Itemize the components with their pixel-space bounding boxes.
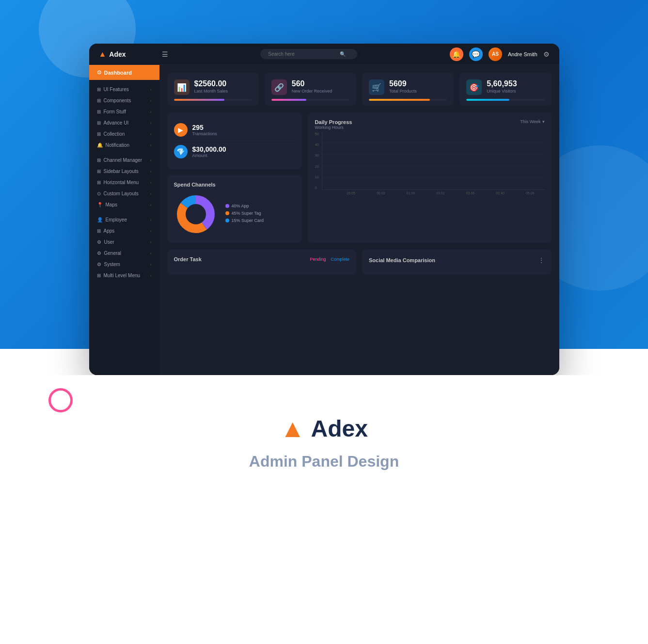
- dashboard-body: ⊙ Dashboard ⊞ UI Features › ⊞ C: [89, 65, 559, 375]
- sales-icon: 📊: [174, 79, 190, 95]
- sidebar-item-employee[interactable]: 👤 Employee ›: [89, 214, 159, 225]
- sidebar-item-user[interactable]: ⚙ User ›: [89, 236, 159, 248]
- custom-icon: ⊙: [97, 191, 101, 196]
- orders-value: 560: [292, 79, 332, 88]
- sidebar-item-components[interactable]: ⊞ Components ›: [89, 95, 159, 106]
- chevron-icon-10: ›: [150, 191, 152, 196]
- main-content: 📊 $2560.00 Last Month Sales 🔗: [159, 65, 559, 375]
- visitors-icon: 🎯: [466, 79, 482, 95]
- sidebar-custom-label: Custom Layouts: [104, 191, 139, 196]
- multilevel-icon: ⊞: [97, 273, 101, 278]
- logo-icon: ▲: [99, 50, 107, 59]
- legend-label-0: 40% App: [232, 204, 249, 208]
- sidebar-collection-label: Collection: [104, 131, 125, 137]
- sidebar-item-dashboard[interactable]: ⊙ Dashboard: [89, 65, 159, 80]
- sidebar-item-apps[interactable]: ⊞ Apps ›: [89, 225, 159, 236]
- legend-dot-2: [225, 219, 229, 222]
- chart-area: 50 40 30 20 10 0: [315, 132, 544, 195]
- sidebar-item-collection[interactable]: ⊞ Collection ›: [89, 128, 159, 140]
- sidebar-item-form-stuff[interactable]: ⊞ Form Stuff ›: [89, 106, 159, 117]
- spend-channels-title: Spend Channels: [174, 182, 296, 188]
- user-icon: ⚙: [97, 239, 101, 245]
- chevron-icon-7: ›: [150, 158, 152, 163]
- spend-content: 40% App 45% Super Tag 15% Super Card: [174, 192, 296, 236]
- legend-item-1: 45% Super Tag: [225, 211, 264, 216]
- user-name: Andre Smith: [508, 51, 537, 57]
- visitors-bar-fill: [466, 99, 509, 101]
- brand-subtitle: Admin Panel Design: [10, 453, 638, 471]
- sidebar-item-multi-level[interactable]: ⊞ Multi Level Menu ›: [89, 270, 159, 281]
- social-title: Social Media Comparision: [369, 257, 435, 263]
- order-title: Order Task: [174, 256, 202, 262]
- dashboard: ▲ Adex ☰ 🔍 🔔 💬 AS Andre Smith ⚙: [89, 44, 559, 375]
- search-area: 🔍: [168, 49, 450, 59]
- tab-complete[interactable]: Complete: [331, 257, 349, 262]
- spend-legend: 40% App 45% Super Tag 15% Super Card: [225, 204, 264, 225]
- sidebar-dashboard-label: Dashboard: [104, 70, 132, 76]
- search-box[interactable]: 🔍: [260, 49, 357, 59]
- sidebar-item-custom-layouts[interactable]: ⊙ Custom Layouts ›: [89, 188, 159, 199]
- legend-item-0: 40% App: [225, 204, 264, 208]
- transactions-panel: ▶ 295 Transactions 💎 $30,000.00: [167, 112, 302, 169]
- stats-row: 📊 $2560.00 Last Month Sales 🔗: [167, 73, 552, 106]
- grid-line-2: [322, 166, 544, 166]
- search-input[interactable]: [268, 51, 336, 57]
- sidebar-item-advance-ui[interactable]: ⊞ Advance UI ›: [89, 117, 159, 128]
- notification-bell-button[interactable]: 🔔: [450, 47, 463, 61]
- sidebar-components-label: Components: [104, 98, 131, 103]
- stat-card-orders: 🔗 560 New Order Received: [265, 73, 356, 106]
- sidebar-general-label: General: [104, 251, 122, 256]
- sidebar-item-horizontal-menu[interactable]: ⊞ Horizontal Menu ›: [89, 177, 159, 188]
- chevron-icon-6: ›: [150, 143, 152, 148]
- sidebar-item-ui-features[interactable]: ⊞ UI Features ›: [89, 84, 159, 95]
- legend-dot-1: [225, 211, 229, 215]
- products-value: 5609: [389, 79, 417, 88]
- notification-message-button[interactable]: 💬: [469, 47, 483, 61]
- header-right: 🔔 💬 AS Andre Smith ⚙: [450, 47, 550, 61]
- legend-label-1: 45% Super Tag: [232, 211, 261, 216]
- sidebar-group-3: 👤 Employee › ⊞ Apps › ⚙: [89, 214, 159, 281]
- chevron-icon-12: ›: [150, 218, 152, 222]
- sidebar-group-1: ⊞ UI Features › ⊞ Components ›: [89, 84, 159, 151]
- sidebar-item-notification[interactable]: 🔔 Notification ›: [89, 140, 159, 151]
- collection-icon: ⊞: [97, 131, 101, 137]
- grid-line-1: [322, 177, 544, 178]
- chevron-icon-11: ›: [150, 203, 152, 207]
- chart-period-label: This Week: [520, 119, 540, 124]
- tab-pending[interactable]: Pending: [310, 257, 326, 262]
- menu-toggle-button[interactable]: ☰: [162, 50, 168, 58]
- bottom-section: ▲ Adex Admin Panel Design: [0, 375, 648, 500]
- chart-subtitle: Working Hours: [315, 125, 352, 130]
- chart-period-selector[interactable]: This Week ▾: [520, 119, 544, 124]
- sidebar-item-maps[interactable]: 📍 Maps ›: [89, 199, 159, 210]
- horizontal-icon: ⊞: [97, 180, 101, 185]
- middle-row: ▶ 295 Transactions 💎 $30,000.00: [167, 112, 552, 243]
- transaction-value-1: $30,000.00: [192, 145, 226, 153]
- dashboard-mockup: ▲ Adex ☰ 🔍 🔔 💬 AS Andre Smith ⚙: [89, 44, 559, 375]
- sidebar-group-2: ⊞ Channel Manager › ⊞ Sidebar Layouts ›: [89, 155, 159, 210]
- transaction-label-1: Amount: [192, 153, 226, 158]
- sidebar-advance-label: Advance UI: [104, 120, 129, 126]
- spend-channels-panel: Spend Channels: [167, 175, 302, 243]
- sidebar-item-system[interactable]: ⚙ System ›: [89, 259, 159, 270]
- sidebar-item-sidebar-layouts[interactable]: ⊞ Sidebar Layouts ›: [89, 166, 159, 177]
- chart-title: Daily Progress: [315, 119, 352, 125]
- sidebar-apps-label: Apps: [104, 228, 115, 234]
- logo-text: Adex: [109, 50, 126, 58]
- sidebar-item-general[interactable]: ⚙ General ›: [89, 248, 159, 259]
- sidebar: ⊙ Dashboard ⊞ UI Features › ⊞ C: [89, 65, 159, 375]
- channel-icon: ⊞: [97, 157, 101, 163]
- chevron-icon-4: ›: [150, 121, 152, 126]
- general-icon: ⚙: [97, 251, 101, 256]
- pink-circle-decoration: [48, 388, 73, 412]
- transaction-icon-1: 💎: [174, 145, 188, 158]
- settings-icon[interactable]: ⚙: [543, 50, 550, 58]
- social-media-panel: Social Media Comparision ⋮: [362, 250, 552, 275]
- system-icon: ⚙: [97, 262, 101, 267]
- visitors-label: Unique Visitors: [487, 89, 517, 94]
- chart-bars-container: 26.05 30.03 01.06 03.02 03.06 02.40 05.0…: [322, 132, 544, 195]
- sidebar-item-channel-manager[interactable]: ⊞ Channel Manager ›: [89, 155, 159, 166]
- x-label-6: 05.06: [516, 191, 545, 195]
- social-more-button[interactable]: ⋮: [538, 256, 545, 264]
- form-icon: ⊞: [97, 109, 101, 114]
